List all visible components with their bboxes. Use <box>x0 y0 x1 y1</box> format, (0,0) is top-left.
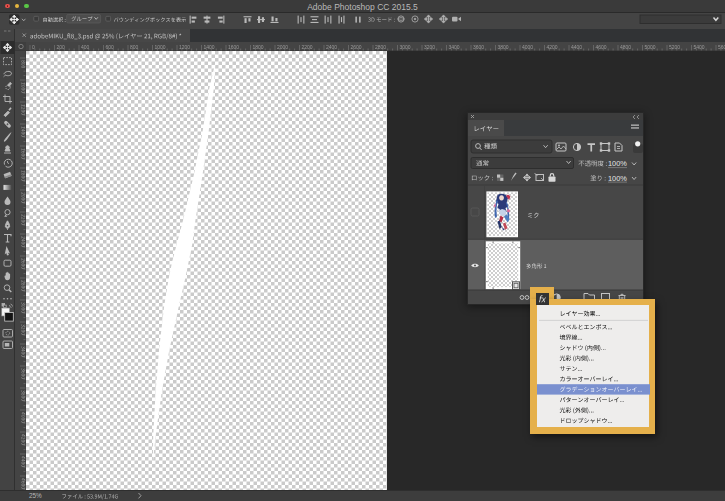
svg-text:1800: 1800 <box>253 44 264 50</box>
svg-text:600: 600 <box>106 44 115 50</box>
svg-text:400: 400 <box>81 44 90 50</box>
svg-text:2600: 2600 <box>351 44 362 50</box>
svg-text:1600: 1600 <box>228 44 239 50</box>
svg-text:4600: 4600 <box>596 44 607 50</box>
svg-text:800: 800 <box>130 44 139 50</box>
svg-text:4200: 4200 <box>547 44 558 50</box>
svg-text:3000: 3000 <box>400 44 411 50</box>
svg-text:3200: 3200 <box>424 44 435 50</box>
svg-text:4000: 4000 <box>522 44 533 50</box>
svg-text:1000: 1000 <box>155 44 166 50</box>
svg-text:1200: 1200 <box>179 44 190 50</box>
svg-text:3600: 3600 <box>473 44 484 50</box>
svg-text:4400: 4400 <box>571 44 582 50</box>
svg-text:2200: 2200 <box>302 44 313 50</box>
svg-text:3800: 3800 <box>498 44 509 50</box>
svg-text:5000: 5000 <box>645 44 656 50</box>
svg-text:2000: 2000 <box>277 44 288 50</box>
svg-text:5200: 5200 <box>669 44 680 50</box>
svg-text:200: 200 <box>57 44 66 50</box>
svg-text:5400: 5400 <box>694 44 705 50</box>
svg-text:25%: 25% <box>29 492 42 499</box>
svg-text:100%: 100% <box>608 174 627 183</box>
svg-text:2400: 2400 <box>326 44 337 50</box>
svg-text:100%: 100% <box>608 159 627 168</box>
svg-text:4800: 4800 <box>620 44 631 50</box>
svg-text:3400: 3400 <box>449 44 460 50</box>
svg-text:2800: 2800 <box>375 44 386 50</box>
svg-text:0: 0 <box>32 44 35 50</box>
svg-text:5600: 5600 <box>718 44 725 50</box>
svg-text:1400: 1400 <box>204 44 215 50</box>
